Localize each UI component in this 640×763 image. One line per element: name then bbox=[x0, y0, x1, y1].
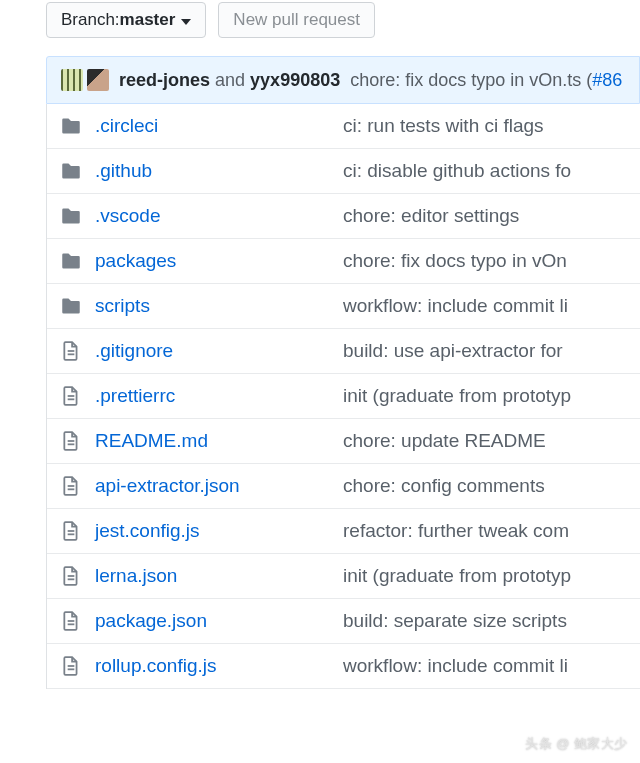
commit-message-link[interactable]: refactor: further tweak com bbox=[343, 520, 626, 542]
file-row: packageschore: fix docs typo in vOn bbox=[47, 239, 640, 284]
file-row: .gitignorebuild: use api-extractor for bbox=[47, 329, 640, 374]
avatar-icon bbox=[61, 69, 83, 91]
file-name-cell: rollup.config.js bbox=[61, 655, 329, 677]
folder-icon bbox=[61, 161, 81, 181]
file-link[interactable]: api-extractor.json bbox=[95, 475, 240, 497]
file-row: .circlecici: run tests with ci flags bbox=[47, 104, 640, 149]
file-icon bbox=[61, 341, 81, 361]
file-list: .circlecici: run tests with ci flags.git… bbox=[46, 104, 640, 689]
commit-message-link[interactable]: workflow: include commit li bbox=[343, 655, 626, 677]
file-icon bbox=[61, 656, 81, 676]
branch-prefix-label: Branch: bbox=[61, 10, 120, 30]
file-link[interactable]: .gitignore bbox=[95, 340, 173, 362]
file-name-cell: api-extractor.json bbox=[61, 475, 329, 497]
pr-reference-link[interactable]: #86 bbox=[592, 70, 622, 90]
file-icon bbox=[61, 476, 81, 496]
file-row: rollup.config.jsworkflow: include commit… bbox=[47, 644, 640, 689]
caret-down-icon bbox=[181, 10, 191, 30]
branch-name-label: master bbox=[120, 10, 176, 30]
file-name-cell: .circleci bbox=[61, 115, 329, 137]
file-link[interactable]: package.json bbox=[95, 610, 207, 632]
latest-commit-bar[interactable]: reed-jones and yyx990803 chore: fix docs… bbox=[46, 56, 640, 104]
file-icon bbox=[61, 521, 81, 541]
file-row: lerna.jsoninit (graduate from prototyp bbox=[47, 554, 640, 599]
watermark-text: 头条 @ 鲍家大少 bbox=[525, 735, 628, 753]
file-row: package.jsonbuild: separate size scripts bbox=[47, 599, 640, 644]
author-separator: and bbox=[215, 70, 250, 90]
commit-message-link[interactable]: chore: config comments bbox=[343, 475, 626, 497]
new-pr-label: New pull request bbox=[233, 10, 360, 30]
avatar-icon bbox=[87, 69, 109, 91]
file-link[interactable]: rollup.config.js bbox=[95, 655, 216, 677]
file-link[interactable]: packages bbox=[95, 250, 176, 272]
file-name-cell: README.md bbox=[61, 430, 329, 452]
file-link[interactable]: jest.config.js bbox=[95, 520, 200, 542]
commit-message-link[interactable]: workflow: include commit li bbox=[343, 295, 626, 317]
file-name-cell: scripts bbox=[61, 295, 329, 317]
file-name-cell: .prettierrc bbox=[61, 385, 329, 407]
file-row: api-extractor.jsonchore: config comments bbox=[47, 464, 640, 509]
file-icon bbox=[61, 386, 81, 406]
commit-message-link[interactable]: ci: run tests with ci flags bbox=[343, 115, 626, 137]
file-name-cell: package.json bbox=[61, 610, 329, 632]
commit-message-link[interactable]: init (graduate from prototyp bbox=[343, 385, 626, 407]
file-name-cell: lerna.json bbox=[61, 565, 329, 587]
file-row: README.mdchore: update README bbox=[47, 419, 640, 464]
commit-message: chore: fix docs typo in vOn.ts (#86 bbox=[350, 70, 622, 91]
file-icon bbox=[61, 431, 81, 451]
folder-icon bbox=[61, 206, 81, 226]
commit-message-link[interactable]: build: use api-extractor for bbox=[343, 340, 626, 362]
repo-toolbar: Branch: master New pull request bbox=[46, 0, 640, 56]
file-link[interactable]: .prettierrc bbox=[95, 385, 175, 407]
file-link[interactable]: scripts bbox=[95, 295, 150, 317]
folder-icon bbox=[61, 296, 81, 316]
commit-message-link[interactable]: build: separate size scripts bbox=[343, 610, 626, 632]
folder-icon bbox=[61, 116, 81, 136]
new-pull-request-button[interactable]: New pull request bbox=[218, 2, 375, 38]
file-row: .githubci: disable github actions fo bbox=[47, 149, 640, 194]
file-link[interactable]: lerna.json bbox=[95, 565, 177, 587]
file-row: jest.config.jsrefactor: further tweak co… bbox=[47, 509, 640, 554]
file-row: scriptsworkflow: include commit li bbox=[47, 284, 640, 329]
author-2: yyx990803 bbox=[250, 70, 340, 90]
file-name-cell: jest.config.js bbox=[61, 520, 329, 542]
file-name-cell: packages bbox=[61, 250, 329, 272]
commit-message-link[interactable]: chore: fix docs typo in vOn bbox=[343, 250, 626, 272]
file-row: .vscodechore: editor settings bbox=[47, 194, 640, 239]
file-name-cell: .gitignore bbox=[61, 340, 329, 362]
file-row: .prettierrcinit (graduate from prototyp bbox=[47, 374, 640, 419]
folder-icon bbox=[61, 251, 81, 271]
commit-message-link[interactable]: chore: update README bbox=[343, 430, 626, 452]
author-avatars bbox=[61, 69, 109, 91]
file-name-cell: .github bbox=[61, 160, 329, 182]
author-1: reed-jones bbox=[119, 70, 210, 90]
commit-author-line: reed-jones and yyx990803 bbox=[119, 70, 340, 91]
commit-message-link[interactable]: chore: editor settings bbox=[343, 205, 626, 227]
file-icon bbox=[61, 566, 81, 586]
commit-message-link[interactable]: ci: disable github actions fo bbox=[343, 160, 626, 182]
branch-select-button[interactable]: Branch: master bbox=[46, 2, 206, 38]
commit-message-link[interactable]: init (graduate from prototyp bbox=[343, 565, 626, 587]
file-link[interactable]: .vscode bbox=[95, 205, 160, 227]
file-link[interactable]: README.md bbox=[95, 430, 208, 452]
file-link[interactable]: .circleci bbox=[95, 115, 158, 137]
file-name-cell: .vscode bbox=[61, 205, 329, 227]
file-link[interactable]: .github bbox=[95, 160, 152, 182]
file-icon bbox=[61, 611, 81, 631]
